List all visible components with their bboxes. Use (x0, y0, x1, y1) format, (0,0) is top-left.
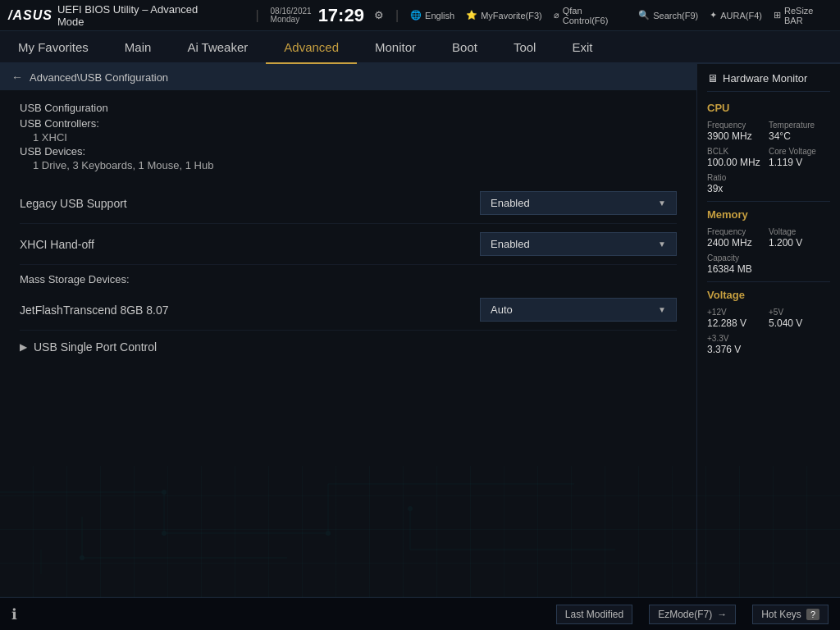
cpu-freq-temp-row: Frequency 3900 MHz Temperature 34°C (707, 121, 830, 142)
jetflash-label: JetFlashTranscend 8GB 8.07 (20, 304, 169, 317)
mass-storage-label: Mass Storage Devices: (20, 265, 130, 289)
mem-volt-label: Voltage (769, 227, 830, 236)
legacy-usb-dropdown-arrow: ▼ (658, 199, 666, 208)
cpu-ratio-row: Ratio 39x (707, 173, 830, 194)
usb-config-title: USB Configuration (20, 102, 677, 114)
mem-freq-label: Frequency (707, 227, 769, 236)
breadcrumb-path: Advanced\USB Configuration (30, 71, 168, 84)
header-day: Monday (271, 16, 300, 24)
ez-mode-button[interactable]: EzMode(F7) → (649, 605, 736, 624)
back-button[interactable]: ← (11, 71, 23, 84)
mem-capacity-col: Capacity 16384 MB (707, 253, 830, 275)
cpu-section-title: CPU (707, 102, 830, 114)
xhci-value: Enabled (491, 238, 530, 250)
cpu-ratio-label: Ratio (707, 173, 830, 182)
legacy-usb-dropdown[interactable]: Enabled ▼ (480, 191, 677, 215)
hw-monitor-title-text: Hardware Monitor (723, 72, 807, 84)
mem-freq-volt-row: Frequency 2400 MHz Voltage 1.200 V (707, 227, 830, 249)
cpu-corevolt-label: Core Voltage (769, 147, 830, 156)
nav-tool[interactable]: Tool (495, 31, 555, 64)
usb-config-info: USB Configuration USB Controllers: 1 XHC… (0, 90, 696, 171)
jetflash-dropdown[interactable]: Auto ▼ (480, 298, 677, 322)
resize-icon: ⊞ (774, 10, 781, 21)
voltage-section-title: Voltage (707, 289, 830, 301)
cpu-freq-col: Frequency 3900 MHz (707, 121, 769, 142)
mem-volt-value: 1.200 V (769, 237, 830, 249)
cpu-bclk-col: BCLK 100.00 MHz (707, 147, 769, 168)
cpu-corevolt-col: Core Voltage 1.119 V (769, 147, 830, 168)
bottom-bar: ℹ Last Modified EzMode(F7) → Hot Keys ? (0, 597, 840, 630)
qfan-link[interactable]: ⌀ Qfan Control(F6) (554, 6, 628, 25)
qfan-label: Qfan Control(F6) (563, 6, 628, 25)
last-modified-button[interactable]: Last Modified (556, 605, 632, 624)
usb-controllers-label: USB Controllers: (20, 117, 677, 130)
bios-title: UEFI BIOS Utility – Advanced Mode (57, 3, 225, 28)
usb-port-control-label: USB Single Port Control (34, 340, 157, 354)
usb-controllers-value: 1 XHCI (20, 131, 677, 144)
hw-monitor-panel: 🖥 Hardware Monitor CPU Frequency 3900 MH… (696, 64, 840, 597)
cpu-ratio-col: Ratio 39x (707, 173, 830, 194)
settings-gear-icon[interactable]: ⚙ (374, 9, 384, 21)
hot-keys-icon: ? (806, 609, 819, 620)
cpu-bclk-label: BCLK (707, 147, 769, 156)
jetflash-value: Auto (491, 304, 513, 316)
star-icon: ⭐ (466, 10, 477, 21)
xhci-row: XHCI Hand-off Enabled ▼ (20, 224, 677, 265)
cpu-freq-value: 3900 MHz (707, 130, 769, 142)
sep2: | (395, 8, 399, 23)
jetflash-dropdown-arrow: ▼ (658, 305, 666, 314)
cpu-temp-label: Temperature (769, 121, 830, 130)
mass-storage-label-row: Mass Storage Devices: (20, 265, 677, 290)
nav-exit[interactable]: Exit (554, 31, 610, 64)
volt-5-label: +5V (769, 308, 830, 317)
volt-12-label: +12V (707, 308, 769, 317)
volt-33-col: +3.3V 3.376 V (707, 334, 830, 355)
xhci-label: XHCI Hand-off (20, 238, 94, 251)
volt-33-value: 3.376 V (707, 344, 830, 355)
hot-keys-label: Hot Keys (761, 609, 801, 620)
sep1: | (255, 8, 258, 23)
mem-capacity-value: 16384 MB (707, 263, 830, 275)
fan-icon: ⌀ (554, 10, 559, 21)
nav-my-favorites[interactable]: My Favorites (0, 31, 107, 64)
resize-bar-link[interactable]: ⊞ ReSize BAR (774, 6, 832, 25)
cpu-temp-col: Temperature 34°C (769, 121, 830, 142)
search-icon: 🔍 (638, 10, 650, 21)
aura-link[interactable]: ✦ AURA(F4) (710, 10, 762, 21)
nav-main[interactable]: Main (107, 31, 170, 64)
volt-33-row: +3.3V 3.376 V (707, 334, 830, 355)
myfavorite-link[interactable]: ⭐ MyFavorite(F3) (466, 10, 542, 21)
mem-freq-value: 2400 MHz (707, 237, 769, 249)
mem-capacity-label: Capacity (707, 253, 830, 262)
search-link[interactable]: 🔍 Search(F9) (638, 10, 698, 21)
xhci-dropdown[interactable]: Enabled ▼ (480, 232, 677, 256)
breadcrumb: ← Advanced\USB Configuration (0, 64, 696, 90)
language-link[interactable]: 🌐 English (410, 10, 454, 21)
header-links: 🌐 English ⭐ MyFavorite(F3) ⌀ Qfan Contro… (410, 6, 832, 25)
volt-12-col: +12V 12.288 V (707, 308, 769, 329)
usb-single-port-control-row[interactable]: ▶ USB Single Port Control (20, 331, 677, 363)
volt-5-value: 5.040 V (769, 317, 830, 329)
main-layout: ← Advanced\USB Configuration USB Configu… (0, 64, 840, 597)
nav-boot[interactable]: Boot (434, 31, 495, 64)
info-icon[interactable]: ℹ (11, 605, 17, 623)
jetflash-row: JetFlashTranscend 8GB 8.07 Auto ▼ (20, 290, 677, 331)
ez-mode-label: EzMode(F7) (658, 609, 712, 620)
cpu-divider (707, 201, 830, 202)
cpu-temp-value: 34°C (769, 130, 830, 142)
myfavorite-label: MyFavorite(F3) (481, 11, 542, 21)
nav-advanced[interactable]: Advanced (266, 31, 357, 64)
volt-12-value: 12.288 V (707, 317, 769, 329)
nav-monitor[interactable]: Monitor (357, 31, 434, 64)
legacy-usb-value: Enabled (491, 197, 530, 209)
hw-monitor-title: 🖥 Hardware Monitor (707, 72, 830, 92)
nav-ai-tweaker[interactable]: Ai Tweaker (169, 31, 266, 64)
settings-section: Legacy USB Support Enabled ▼ XHCI Hand-o… (0, 173, 696, 373)
asus-logo: /ASUS (8, 8, 52, 23)
cpu-ratio-value: 39x (707, 183, 830, 194)
xhci-dropdown-arrow: ▼ (658, 240, 666, 249)
hot-keys-button[interactable]: Hot Keys ? (752, 605, 829, 624)
content-area: ← Advanced\USB Configuration USB Configu… (0, 64, 696, 597)
resize-label: ReSize BAR (784, 6, 832, 25)
volt-5-col: +5V 5.040 V (769, 308, 830, 329)
